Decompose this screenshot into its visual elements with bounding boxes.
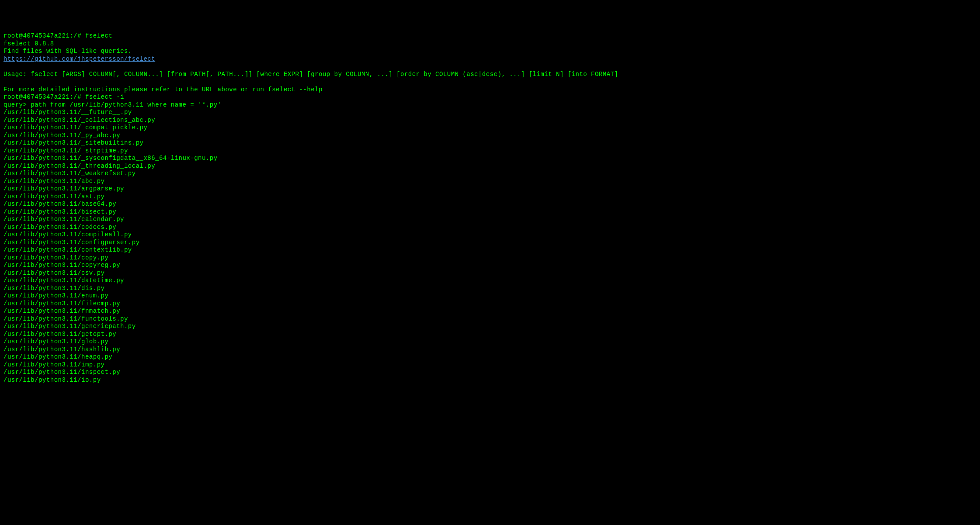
terminal-line: /usr/lib/python3.11/csv.py bbox=[3, 269, 977, 277]
terminal-line: /usr/lib/python3.11/_sysconfigdata__x86_… bbox=[3, 155, 977, 162]
terminal-line: /usr/lib/python3.11/calendar.py bbox=[3, 216, 977, 224]
terminal-line: /usr/lib/python3.11/copyreg.py bbox=[3, 262, 977, 269]
terminal-line: fselect 0.8.8 bbox=[3, 40, 977, 48]
terminal-line: /usr/lib/python3.11/argparse.py bbox=[3, 185, 977, 193]
terminal-line: /usr/lib/python3.11/_weakrefset.py bbox=[3, 170, 977, 178]
terminal-line: /usr/lib/python3.11/fnmatch.py bbox=[3, 307, 977, 315]
terminal-line: /usr/lib/python3.11/_threading_local.py bbox=[3, 162, 977, 170]
terminal-line: /usr/lib/python3.11/compileall.py bbox=[3, 231, 977, 239]
terminal-line: /usr/lib/python3.11/_py_abc.py bbox=[3, 132, 977, 140]
terminal-line: /usr/lib/python3.11/heapq.py bbox=[3, 353, 977, 361]
terminal-line: root@40745347a221:/# fselect bbox=[3, 32, 977, 40]
terminal-line: /usr/lib/python3.11/datetime.py bbox=[3, 277, 977, 285]
terminal-line: Find files with SQL-like queries. bbox=[3, 48, 977, 55]
terminal-line: /usr/lib/python3.11/getopt.py bbox=[3, 331, 977, 338]
terminal-line: https://github.com/jhspetersson/fselect bbox=[3, 55, 977, 63]
terminal-line: /usr/lib/python3.11/imp.py bbox=[3, 361, 977, 369]
terminal-line: /usr/lib/python3.11/_strptime.py bbox=[3, 147, 977, 155]
github-link[interactable]: https://github.com/jhspetersson/fselect bbox=[3, 55, 155, 62]
terminal-line: /usr/lib/python3.11/contextlib.py bbox=[3, 246, 977, 254]
terminal-line: /usr/lib/python3.11/filecmp.py bbox=[3, 300, 977, 308]
terminal-line: /usr/lib/python3.11/glob.py bbox=[3, 338, 977, 346]
terminal-line: /usr/lib/python3.11/io.py bbox=[3, 376, 977, 384]
terminal-output[interactable]: root@40745347a221:/# fselectfselect 0.8.… bbox=[3, 32, 977, 384]
terminal-line: /usr/lib/python3.11/_sitebuiltins.py bbox=[3, 139, 977, 147]
terminal-line: /usr/lib/python3.11/functools.py bbox=[3, 315, 977, 323]
terminal-line: /usr/lib/python3.11/bisect.py bbox=[3, 208, 977, 216]
terminal-line: /usr/lib/python3.11/genericpath.py bbox=[3, 323, 977, 331]
terminal-line: root@40745347a221:/# fselect -i bbox=[3, 93, 977, 101]
terminal-line: /usr/lib/python3.11/enum.py bbox=[3, 292, 977, 300]
terminal-line: Usage: fselect [ARGS] COLUMN[, COLUMN...… bbox=[3, 71, 977, 79]
terminal-line: /usr/lib/python3.11/ast.py bbox=[3, 193, 977, 201]
terminal-line: /usr/lib/python3.11/_compat_pickle.py bbox=[3, 124, 977, 132]
empty-line bbox=[3, 78, 977, 86]
terminal-line: /usr/lib/python3.11/_collections_abc.py bbox=[3, 117, 977, 124]
terminal-line: /usr/lib/python3.11/dis.py bbox=[3, 285, 977, 293]
terminal-line: /usr/lib/python3.11/inspect.py bbox=[3, 369, 977, 376]
terminal-line: /usr/lib/python3.11/__future__.py bbox=[3, 109, 977, 117]
terminal-line: /usr/lib/python3.11/configparser.py bbox=[3, 239, 977, 247]
terminal-line: For more detailed instructions please re… bbox=[3, 86, 977, 94]
terminal-line: /usr/lib/python3.11/copy.py bbox=[3, 254, 977, 262]
empty-line bbox=[3, 63, 977, 71]
terminal-line: /usr/lib/python3.11/codecs.py bbox=[3, 224, 977, 231]
terminal-line: /usr/lib/python3.11/base64.py bbox=[3, 200, 977, 208]
terminal-line: query> path from /usr/lib/python3.11 whe… bbox=[3, 101, 977, 109]
terminal-line: /usr/lib/python3.11/abc.py bbox=[3, 178, 977, 186]
terminal-line: /usr/lib/python3.11/hashlib.py bbox=[3, 346, 977, 354]
